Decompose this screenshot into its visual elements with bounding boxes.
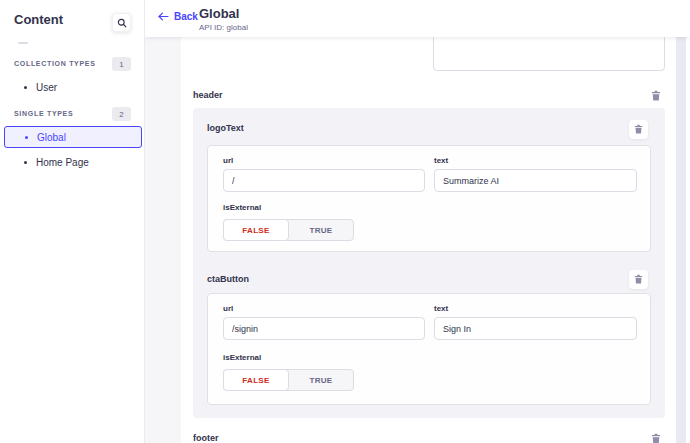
ctabutton-text-input[interactable] xyxy=(434,317,637,340)
right-gutter xyxy=(686,37,690,443)
sidebar-item-user[interactable]: User xyxy=(4,76,142,98)
component-label-header: header xyxy=(193,90,223,100)
bullet-dot-icon xyxy=(24,86,27,89)
component-label-logotext: logoText xyxy=(207,123,244,133)
sidebar-divider xyxy=(18,42,28,44)
ctabutton-fields-card: url text isExternal FALSE TRUE xyxy=(207,293,651,405)
isexternal-field-label: isExternal xyxy=(223,353,261,362)
left-arrow-icon xyxy=(158,12,169,21)
toggle-false-option[interactable]: FALSE xyxy=(223,219,289,241)
logotext-isexternal-toggle: FALSE TRUE xyxy=(223,219,354,241)
cropped-top-input[interactable] xyxy=(433,37,665,71)
sidebar: Content COLLECTION TYPES 1 User SINGLE T… xyxy=(0,0,145,443)
search-icon xyxy=(117,18,127,28)
component-label-footer: footer xyxy=(193,433,219,443)
search-button[interactable] xyxy=(112,13,131,32)
text-field-label: text xyxy=(434,304,448,313)
logotext-fields-card: url text isExternal FALSE TRUE xyxy=(207,145,651,252)
sidebar-item-label: Home Page xyxy=(36,157,89,168)
collection-types-count-badge: 1 xyxy=(112,57,131,71)
toggle-false-option[interactable]: FALSE xyxy=(223,369,289,391)
url-field-label: url xyxy=(223,304,233,313)
delete-footer-button[interactable] xyxy=(651,433,661,443)
logotext-text-input[interactable] xyxy=(434,169,637,192)
delete-ctabutton-button[interactable] xyxy=(629,270,648,289)
toggle-true-option[interactable]: TRUE xyxy=(289,220,353,240)
topbar: Back Global API ID: global xyxy=(145,0,690,37)
trash-icon xyxy=(634,122,643,137)
text-field-label: text xyxy=(434,156,448,165)
sidebar-item-global[interactable]: Global xyxy=(4,126,142,148)
logotext-url-input[interactable] xyxy=(223,169,425,192)
trash-icon xyxy=(634,272,643,287)
trash-icon xyxy=(651,89,661,104)
toggle-true-option[interactable]: TRUE xyxy=(289,370,353,390)
sidebar-title: Content xyxy=(14,12,63,27)
back-button[interactable]: Back xyxy=(158,11,198,22)
bullet-dot-icon xyxy=(24,161,27,164)
ctabutton-url-input[interactable] xyxy=(223,317,425,340)
back-label: Back xyxy=(174,11,198,22)
component-label-ctabutton: ctaButton xyxy=(207,274,249,284)
section-label-single-types: SINGLE TYPES xyxy=(14,110,73,117)
delete-logotext-button[interactable] xyxy=(629,120,648,139)
api-id-subtitle: API ID: global xyxy=(199,23,248,32)
edit-form-card: header logoText url text xyxy=(181,37,676,443)
ctabutton-isexternal-toggle: FALSE TRUE xyxy=(223,369,354,391)
page-title: Global xyxy=(199,6,239,21)
trash-icon xyxy=(651,432,661,443)
main-content: header logoText url text xyxy=(145,37,690,443)
vertical-scrollbar[interactable] xyxy=(676,37,686,443)
sidebar-item-home-page[interactable]: Home Page xyxy=(4,151,142,173)
isexternal-field-label: isExternal xyxy=(223,203,261,212)
sidebar-item-label: Global xyxy=(37,132,66,143)
bullet-dot-icon xyxy=(25,136,28,139)
url-field-label: url xyxy=(223,156,233,165)
section-label-collection-types: COLLECTION TYPES xyxy=(14,60,96,67)
sidebar-item-label: User xyxy=(36,82,57,93)
delete-header-button[interactable] xyxy=(651,90,661,101)
single-types-count-badge: 2 xyxy=(112,107,131,121)
content-manager-app: Content COLLECTION TYPES 1 User SINGLE T… xyxy=(0,0,690,443)
header-component-panel: logoText url text isExternal FALSE TRUE xyxy=(193,108,665,418)
